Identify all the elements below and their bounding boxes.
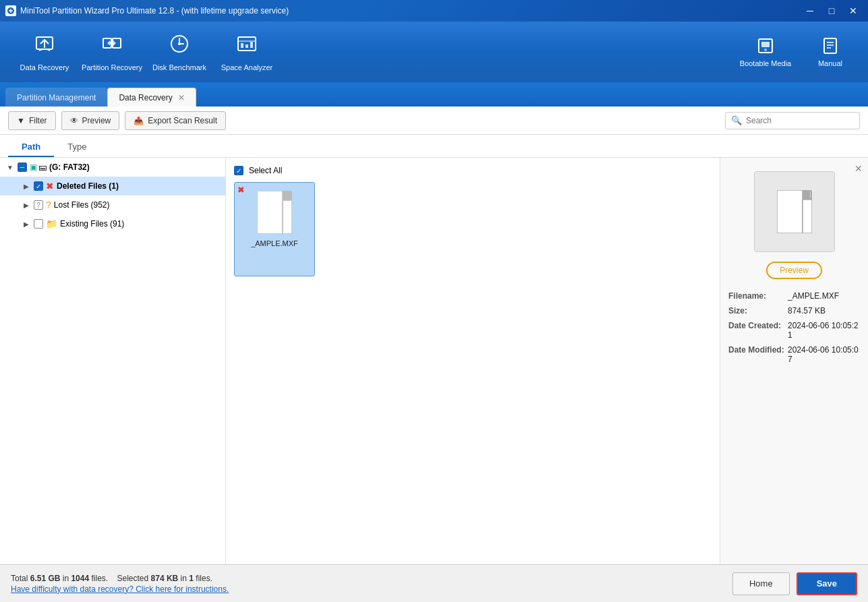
tree-existing-files[interactable]: ▶ 📁 Existing Files (91) bbox=[0, 214, 225, 233]
file-info-modified-row: Date Modified: 2024-06-06 10:05:07 bbox=[728, 345, 860, 364]
subtab-type[interactable]: Type bbox=[54, 137, 100, 157]
tree-lost-files[interactable]: ▶ ? ? Lost Files (952) bbox=[0, 195, 225, 214]
titlebar-left: MiniTool Partition Wizard Pro Ultimate 1… bbox=[5, 5, 289, 16]
file-icon-large bbox=[251, 185, 298, 239]
home-button[interactable]: Home bbox=[732, 572, 790, 595]
preview-file-icon bbox=[777, 190, 812, 233]
tree-root-checkbox[interactable]: ─ bbox=[18, 162, 27, 172]
svg-rect-22 bbox=[803, 200, 812, 233]
app-icon bbox=[5, 5, 16, 16]
selected-size: 874 KB bbox=[151, 574, 179, 583]
file-page-icon bbox=[257, 191, 292, 234]
export-label: Export Scan Result bbox=[148, 116, 217, 125]
toolbar-partition-recovery-label: Partition Recovery bbox=[82, 63, 142, 71]
svg-point-13 bbox=[764, 49, 767, 51]
svg-rect-14 bbox=[824, 38, 836, 53]
toolbar-partition-recovery[interactable]: Partition Recovery bbox=[78, 25, 146, 79]
right-panel-close-icon[interactable]: ✕ bbox=[855, 163, 863, 174]
actionbar: ▼ Filter 👁 Preview 📤 Export Scan Result … bbox=[0, 107, 868, 135]
select-all-label: Select All bbox=[249, 166, 282, 175]
search-box[interactable]: 🔍 bbox=[725, 112, 860, 129]
file-info-size-row: Size: 874.57 KB bbox=[728, 306, 860, 315]
close-button[interactable]: ✕ bbox=[844, 3, 863, 19]
file-item[interactable]: ✖ _AMPLE.MXF bbox=[234, 182, 315, 276]
save-button[interactable]: Save bbox=[797, 572, 857, 595]
preview-icon: 👁 bbox=[70, 116, 78, 125]
preview-button[interactable]: 👁 Preview bbox=[61, 111, 120, 130]
statusbar-info: Total 6.51 GB in 1044 files. Selected 87… bbox=[11, 574, 229, 594]
toolbar-data-recovery[interactable]: Data Recovery bbox=[11, 25, 78, 79]
svg-marker-23 bbox=[803, 190, 812, 200]
minimize-button[interactable]: ─ bbox=[801, 3, 819, 19]
tabbar: Partition Management Data Recovery ✕ bbox=[0, 82, 868, 107]
preview-label: Preview bbox=[82, 116, 111, 125]
tree-lost-expand[interactable]: ▶ bbox=[22, 202, 31, 209]
toolbar-disk-benchmark[interactable]: Disk Benchmark bbox=[146, 25, 213, 79]
help-link[interactable]: Have difficulty with data recovery? Clic… bbox=[11, 584, 229, 594]
tree-root[interactable]: ▼ ─ ▣ 🖴 (G: FAT32) bbox=[0, 158, 225, 177]
tree-lost-checkbox[interactable]: ? bbox=[34, 200, 43, 210]
data-recovery-icon bbox=[34, 33, 55, 59]
in-label: in bbox=[63, 574, 69, 583]
svg-rect-19 bbox=[283, 200, 292, 234]
toolbar-bootable-media[interactable]: Bootable Media bbox=[739, 36, 792, 67]
manual-label: Manual bbox=[818, 59, 842, 67]
selected-files: 1 bbox=[189, 574, 194, 583]
tree-existing-expand[interactable]: ▶ bbox=[22, 220, 31, 228]
tree-root-expand[interactable]: ▼ bbox=[5, 164, 15, 171]
svg-rect-18 bbox=[257, 191, 283, 234]
tab-data-recovery-label: Data Recovery bbox=[119, 93, 172, 102]
hdd-icon: 🖴 bbox=[38, 162, 47, 172]
select-all-checkbox[interactable]: ✓ bbox=[234, 166, 243, 175]
filter-icon: ▼ bbox=[17, 116, 25, 125]
tree-lost-label: Lost Files (952) bbox=[54, 200, 110, 210]
svg-rect-7 bbox=[238, 37, 256, 51]
selected-label: Selected bbox=[117, 574, 149, 583]
space-analyzer-icon bbox=[236, 33, 258, 59]
date-created-label: Date Created: bbox=[728, 321, 788, 330]
subtab-path[interactable]: Path bbox=[8, 137, 54, 157]
file-info-created-row: Date Created: 2024-06-06 10:05:21 bbox=[728, 321, 860, 340]
lost-icon: ? bbox=[46, 200, 51, 210]
tree-deleted-checkbox[interactable]: ✓ bbox=[34, 181, 43, 191]
titlebar: MiniTool Partition Wizard Pro Ultimate 1… bbox=[0, 0, 868, 22]
subtab-type-label: Type bbox=[67, 142, 86, 152]
date-modified-label: Date Modified: bbox=[728, 345, 788, 355]
filter-button[interactable]: ▼ Filter bbox=[8, 111, 56, 130]
drive-icon: ▣ bbox=[30, 162, 37, 172]
in2-label: in bbox=[181, 574, 187, 583]
size-label: Size: bbox=[728, 306, 788, 315]
statusbar: Total 6.51 GB in 1044 files. Selected 87… bbox=[0, 564, 868, 602]
titlebar-controls: ─ □ ✕ bbox=[801, 3, 863, 19]
deleted-icon: ✖ bbox=[46, 181, 54, 191]
tab-close-icon[interactable]: ✕ bbox=[178, 93, 185, 102]
svg-rect-12 bbox=[761, 42, 770, 47]
restore-button[interactable]: □ bbox=[822, 3, 841, 19]
toolbar-space-analyzer[interactable]: Space Analyzer bbox=[213, 25, 281, 79]
left-panel: ▼ ─ ▣ 🖴 (G: FAT32) ▶ ✓ ✖ Deleted Files (… bbox=[0, 158, 226, 564]
tree-deleted-expand[interactable]: ▶ bbox=[22, 183, 31, 190]
toolbar: Data Recovery Partition Recovery Disk Be… bbox=[0, 22, 868, 82]
tree-existing-checkbox[interactable] bbox=[34, 219, 43, 229]
file-info: Filename: _AMPLE.MXF Size: 874.57 KB Dat… bbox=[728, 291, 860, 369]
tab-data-recovery[interactable]: Data Recovery ✕ bbox=[107, 88, 196, 107]
total-label: Total bbox=[11, 574, 28, 583]
svg-rect-8 bbox=[241, 43, 243, 48]
select-all-row: ✓ Select All bbox=[234, 166, 712, 175]
tree-existing-label: Existing Files (91) bbox=[60, 219, 124, 229]
toolbar-right: Bootable Media Manual bbox=[739, 36, 857, 67]
date-modified-value: 2024-06-06 10:05:07 bbox=[788, 345, 860, 364]
files-area: ✖ _AMPLE.MXF bbox=[234, 182, 712, 276]
search-input[interactable] bbox=[746, 116, 854, 125]
tree-deleted-files[interactable]: ▶ ✓ ✖ Deleted Files (1) bbox=[0, 177, 225, 195]
tab-partition-management[interactable]: Partition Management bbox=[5, 88, 107, 107]
file-deleted-icon: ✖ bbox=[237, 185, 247, 195]
export-button[interactable]: 📤 Export Scan Result bbox=[125, 111, 226, 130]
preview-detail-button[interactable]: Preview bbox=[766, 262, 822, 279]
preview-box bbox=[754, 171, 835, 252]
filter-label: Filter bbox=[29, 116, 47, 125]
toolbar-manual[interactable]: Manual bbox=[803, 36, 857, 67]
partition-recovery-icon bbox=[101, 33, 123, 59]
size-value: 874.57 KB bbox=[788, 306, 860, 315]
files-label: files. bbox=[91, 574, 108, 583]
